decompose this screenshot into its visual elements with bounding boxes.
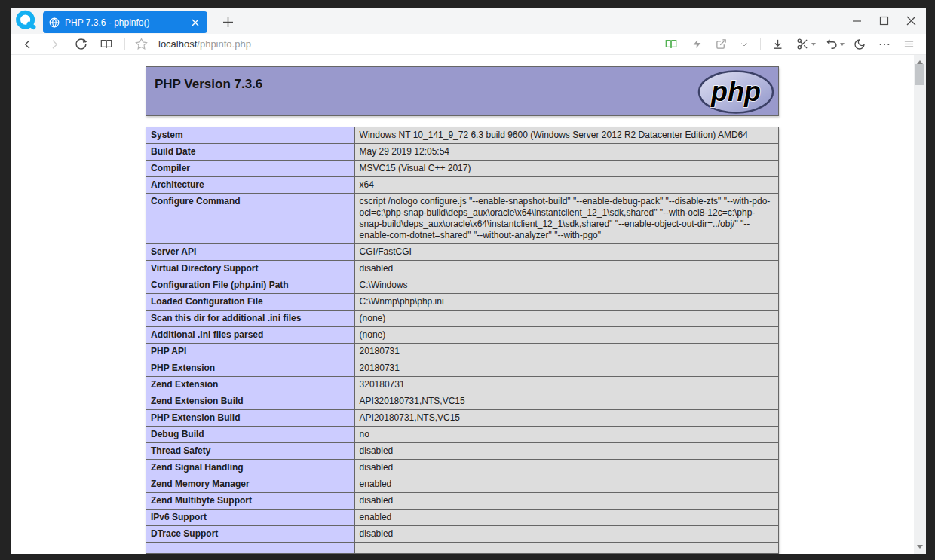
- row-value: MSVC15 (Visual C++ 2017): [354, 161, 778, 177]
- row-value: May 29 2019 12:05:54: [354, 144, 778, 161]
- row-value: C:\Wnmp\php\php.ini: [354, 294, 778, 311]
- row-value: disabled: [354, 460, 778, 476]
- row-label: PHP Extension: [146, 360, 355, 377]
- row-label: Zend Extension Build: [146, 393, 355, 410]
- phpinfo-table: System Windows NT 10_141_9_72 6.3 build …: [146, 127, 779, 554]
- maximize-button[interactable]: [877, 14, 891, 28]
- row-label: Scan this dir for additional .ini files: [146, 311, 355, 327]
- share-icon[interactable]: [714, 38, 728, 51]
- reader-mode-icon[interactable]: [664, 38, 678, 51]
- table-row: Debug Build no: [146, 427, 779, 443]
- scrollbar-thumb[interactable]: [915, 64, 924, 85]
- row-label: IPv6 Support: [146, 510, 355, 526]
- row-label: PHP API: [146, 344, 355, 360]
- table-row: Zend Memory Manager enabled: [146, 476, 779, 493]
- screenshot-scissors-icon[interactable]: [796, 38, 809, 51]
- table-row: Virtual Directory Support disabled: [146, 261, 779, 277]
- more-options-icon[interactable]: [878, 38, 891, 51]
- row-label: Compiler: [146, 161, 355, 177]
- row-value: disabled: [354, 443, 778, 460]
- toolbar-separator: [124, 38, 125, 50]
- row-value: enabled: [354, 476, 778, 493]
- phpinfo-header: PHP Version 7.3.6 php: [146, 66, 779, 116]
- row-label: Configuration File (php.ini) Path: [146, 277, 355, 294]
- undo-history-icon[interactable]: [824, 38, 838, 51]
- table-row: PHP Extension Build API20180731,NTS,VC15: [146, 410, 779, 427]
- bookmark-star-icon[interactable]: [134, 38, 148, 51]
- table-row: Configuration File (php.ini) Path C:\Win…: [146, 277, 779, 294]
- undo-dropdown-caret[interactable]: [840, 43, 845, 46]
- table-row: PHP Extension 20180731: [146, 360, 779, 377]
- row-label: Loaded Configuration File: [146, 294, 355, 311]
- row-label: Zend Signal Handling: [146, 460, 355, 476]
- url-path: /phpinfo.php: [197, 38, 251, 50]
- flash-lightning-icon[interactable]: [690, 38, 704, 51]
- php-logo-text: php: [710, 76, 761, 107]
- row-value: API20180731,NTS,VC15: [354, 410, 778, 427]
- table-row: Compiler MSVC15 (Visual C++ 2017): [146, 161, 779, 177]
- row-label: Zend Memory Manager: [146, 476, 355, 493]
- row-label: Debug Build: [146, 427, 355, 443]
- tab-php-info[interactable]: PHP 7.3.6 - phpinfo(): [43, 11, 207, 33]
- minimize-button[interactable]: [850, 14, 864, 28]
- row-label: [146, 543, 355, 554]
- tab-bar: PHP 7.3.6 - phpinfo(): [11, 8, 926, 34]
- scrollbar-down-arrow-icon[interactable]: [917, 545, 923, 549]
- row-value: 20180731: [354, 344, 778, 360]
- row-value: C:\Windows: [354, 277, 778, 294]
- download-icon[interactable]: [771, 38, 784, 51]
- row-label: Virtual Directory Support: [146, 261, 355, 277]
- row-label: Thread Safety: [146, 443, 355, 460]
- browser-logo-icon[interactable]: [15, 10, 37, 32]
- refresh-button[interactable]: [74, 38, 87, 51]
- reading-list-icon[interactable]: [100, 38, 113, 51]
- table-row: Zend Extension 320180731: [146, 377, 779, 393]
- night-mode-moon-icon[interactable]: [853, 38, 866, 51]
- phpinfo-table-body: System Windows NT 10_141_9_72 6.3 build …: [146, 127, 779, 554]
- table-row: System Windows NT 10_141_9_72 6.3 build …: [146, 127, 779, 144]
- table-row: Loaded Configuration File C:\Wnmp\php\ph…: [146, 294, 779, 311]
- address-bar[interactable]: localhost/phpinfo.php: [158, 38, 251, 50]
- scissors-dropdown-caret[interactable]: [811, 43, 816, 46]
- url-host: localhost: [158, 38, 197, 50]
- navigation-toolbar: localhost/phpinfo.php: [11, 34, 926, 55]
- new-tab-button[interactable]: [219, 13, 237, 31]
- table-row: Zend Extension Build API320180731,NTS,VC…: [146, 393, 779, 410]
- row-value: 320180731: [354, 377, 778, 393]
- row-value: CGI/FastCGI: [354, 244, 778, 261]
- page-viewport: PHP Version 7.3.6 php: [11, 55, 926, 554]
- back-button[interactable]: [21, 38, 35, 51]
- table-row: Build Date May 29 2019 12:05:54: [146, 144, 779, 161]
- row-value: disabled: [354, 261, 778, 277]
- row-label: Server API: [146, 244, 355, 261]
- row-value: 20180731: [354, 360, 778, 377]
- row-value: disabled: [354, 493, 778, 510]
- tab-close-icon[interactable]: [189, 17, 201, 29]
- close-button[interactable]: [904, 14, 918, 28]
- php-logo: php: [697, 69, 775, 115]
- row-label: PHP Extension Build: [146, 410, 355, 427]
- row-value: (none): [354, 311, 778, 327]
- row-value: cscript /nologo configure.js "--enable-s…: [354, 194, 778, 244]
- menu-hamburger-icon[interactable]: [902, 38, 915, 51]
- page-title: PHP Version 7.3.6: [146, 67, 778, 92]
- window-controls: [850, 8, 918, 34]
- row-value: disabled: [354, 526, 778, 543]
- tab-title: PHP 7.3.6 - phpinfo(): [65, 17, 189, 28]
- extensions-chevron-down-icon[interactable]: [737, 38, 751, 51]
- row-value: x64: [354, 177, 778, 194]
- row-label: Zend Extension: [146, 377, 355, 393]
- table-row: PHP API 20180731: [146, 344, 779, 360]
- table-row: Server API CGI/FastCGI: [146, 244, 779, 261]
- vertical-scrollbar[interactable]: [914, 55, 926, 554]
- table-row: Configure Command cscript /nologo config…: [146, 194, 779, 244]
- table-row: IPv6 Support enabled: [146, 510, 779, 526]
- row-label: Zend Multibyte Support: [146, 493, 355, 510]
- row-value: [354, 543, 778, 554]
- row-label: Build Date: [146, 144, 355, 161]
- table-row: [146, 543, 779, 554]
- forward-button[interactable]: [48, 38, 61, 51]
- row-label: System: [146, 127, 355, 144]
- row-value: (none): [354, 327, 778, 344]
- table-row: Scan this dir for additional .ini files …: [146, 311, 779, 327]
